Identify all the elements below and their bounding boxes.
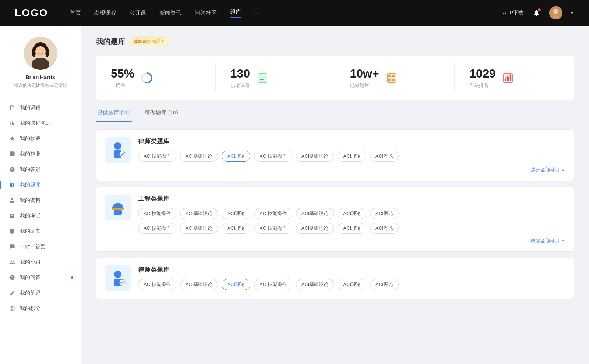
sidebar-item-qa[interactable]: 我的答疑 [0,162,81,177]
svg-rect-20 [392,75,395,77]
tag-lawyer-0[interactable]: ACI技能操作 [138,151,176,162]
bank-card-header-eng: 工程类题库 ACI技能操作 ACI基础理论 ACI理论 ACI技能操作 ACI基… [105,195,565,234]
avatar-chevron[interactable]: ▼ [570,10,574,15]
tag-eng-1[interactable]: ACI基础理论 [180,208,218,219]
homework-icon [9,151,15,157]
stat-label-done: 已做试题 [230,82,250,89]
nav-qa[interactable]: 问答社区 [195,10,217,17]
tag-eng2-0[interactable]: ACI技能操作 [138,223,176,234]
nav-more[interactable]: ··· [254,10,259,16]
bank-card-header: 律师类题库 ACI技能操作 ACI基础理论 ACI理论 ACI技能操作 ACI基… [105,137,565,163]
sidebar-label-course: 我的课程 [20,104,40,111]
tag-lawyer-6[interactable]: ACI理论 [370,151,399,162]
chart-bar-icon [9,120,15,126]
sidebar-item-1v1[interactable]: 一对一答疑 [0,239,81,254]
person-outline-icon [9,197,15,204]
tag-eng2-2[interactable]: ACI理论 [222,223,250,234]
tag-lawyer2-5[interactable]: ACI理论 [338,279,366,290]
tag-lawyer2-6[interactable]: ACI理论 [370,279,399,290]
engineer-icon-svg [109,198,127,217]
stat-ranking-values: 1029 全站排名 [469,67,495,89]
orange-table-icon [385,71,398,85]
tab-done[interactable]: 已做题库 (10) [96,109,132,122]
nav-qbank[interactable]: 题库 [230,8,241,18]
tag-lawyer2-3[interactable]: ACI技能操作 [254,279,292,290]
tag-lawyer-2[interactable]: ACI理论 [222,151,250,162]
app-download-btn[interactable]: APP下载 [503,10,523,16]
svg-point-9 [35,46,46,57]
sidebar-item-cert[interactable]: 我的证书 [0,224,81,239]
tag-eng-6[interactable]: ACI理论 [370,208,399,219]
bank-card-lawyer-1: 律师类题库 ACI技能操作 ACI基础理论 ACI理论 ACI技能操作 ACI基… [96,129,574,181]
bank-card-header-lawyer2: 律师类题库 ACI技能操作 ACI基础理论 ACI理论 ACI技能操作 ACI基… [105,265,565,291]
avatar-svg [549,6,562,19]
bank-info-engineer: 工程类题库 ACI技能操作 ACI基础理论 ACI理论 ACI技能操作 ACI基… [138,195,565,234]
sidebar-label-1v1: 一对一答疑 [20,243,46,250]
tag-eng-5[interactable]: ACI理论 [338,208,366,219]
bank-name-lawyer2: 律师类题库 [138,265,565,274]
sidebar-item-course[interactable]: 我的课程 [0,100,81,115]
tag-lawyer2-1[interactable]: ACI基础理论 [180,279,218,290]
red-chart-icon [501,71,515,85]
sidebar-label-qa: 我的答疑 [20,166,40,173]
tag-eng2-5[interactable]: ACI理论 [338,223,366,234]
bank-name-lawyer: 律师类题库 [138,137,565,146]
sidebar-label-exam: 我的考试 [20,213,40,219]
stat-done-questions: 130 已做试题 [216,63,335,92]
bank-icon-lawyer2 [105,265,131,291]
nav-home[interactable]: 首页 [70,10,81,17]
tag-lawyer2-2[interactable]: ACI理论 [222,279,250,290]
bank-icon-engineer [105,195,131,220]
sidebar-item-favorites[interactable]: 我的收藏 [0,131,81,146]
sidebar-item-qbank[interactable]: 我的题库 [0,177,81,193]
tab-todo[interactable]: 可做题库 (10) [143,109,180,122]
nav-discover[interactable]: 发现课程 [94,10,116,17]
qa-circle-icon [9,166,15,173]
stat-done-banks-values: 10w+ 已做题库 [350,67,379,89]
bank-expand-engineer[interactable]: 收起全部科目 ∧ [105,238,565,244]
grid-icon [9,182,15,188]
tag-eng-4[interactable]: ACI基础理论 [296,208,334,219]
svg-rect-32 [114,210,122,215]
tag-lawyer-4[interactable]: ACI基础理论 [296,151,334,162]
notification-bell[interactable] [531,7,542,18]
tag-eng-2[interactable]: ACI理论 [222,208,250,219]
avatar-image [549,6,562,19]
stat-label-ranking: 全站排名 [469,82,495,89]
tag-eng2-3[interactable]: ACI技能操作 [254,223,292,234]
ranking-svg [503,73,513,83]
tag-eng2-4[interactable]: ACI基础理论 [296,223,334,234]
sidebar-item-profile[interactable]: 我的资料 [0,193,81,208]
nav-news[interactable]: 新闻资讯 [159,10,181,17]
exam-icon [9,213,15,219]
tag-lawyer-1[interactable]: ACI基础理论 [180,151,218,162]
sidebar-item-group[interactable]: 我的小组 [0,254,81,270]
tag-lawyer2-0[interactable]: ACI技能操作 [138,279,176,290]
svg-point-28 [114,142,121,150]
user-avatar[interactable] [549,6,562,19]
sidebar-item-points[interactable]: 我的积分 [0,301,81,316]
tag-lawyer2-4[interactable]: ACI基础理论 [296,279,334,290]
sidebar-item-notes[interactable]: 我的笔记 [0,285,81,301]
sidebar-item-course-pkg[interactable]: 我的课程包... [0,115,81,131]
group-icon [9,259,15,265]
bank-expand-lawyer[interactable]: 展开全部科目 ∨ [105,167,565,173]
sidebar-item-exam[interactable]: 我的考试 [0,208,81,224]
cert-icon [9,228,15,235]
stat-done-banks: 10w+ 已做题库 [335,63,455,92]
sidebar-item-homework[interactable]: 我的作业 [0,146,81,162]
stat-value-accuracy: 55% [111,67,134,81]
tag-lawyer-5[interactable]: ACI理论 [338,151,366,162]
sidebar-item-myqa[interactable]: 我的问答 [0,270,81,285]
svg-rect-31 [112,208,124,210]
tag-eng2-6[interactable]: ACI理论 [370,223,399,234]
nav-open-course[interactable]: 公开课 [130,10,146,17]
page-header: 我的题库 体验剩余23天！ [96,37,574,47]
trial-badge: 体验剩余23天！ [130,37,169,46]
tag-eng-0[interactable]: ACI技能操作 [138,208,176,219]
sidebar-label-qbank: 我的题库 [20,182,40,188]
qa-notification-dot [71,276,73,279]
tag-lawyer-3[interactable]: ACI技能操作 [254,151,292,162]
tag-eng-3[interactable]: ACI技能操作 [254,208,292,219]
tag-eng2-1[interactable]: ACI基础理论 [180,223,218,234]
